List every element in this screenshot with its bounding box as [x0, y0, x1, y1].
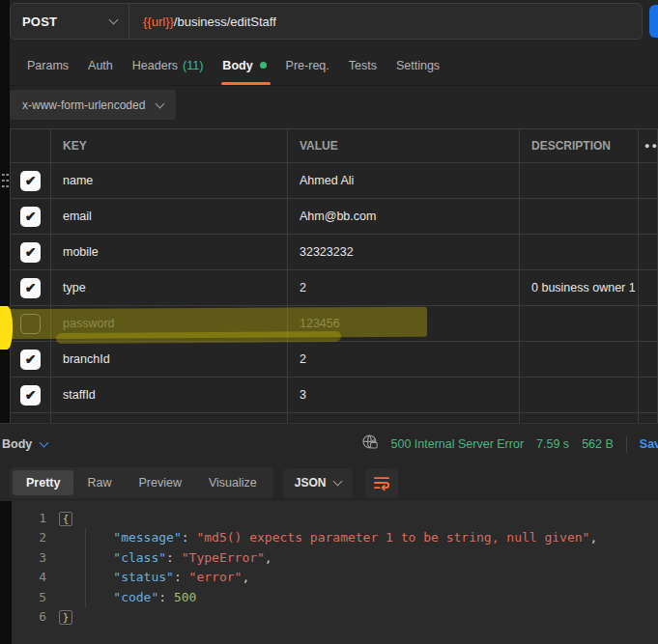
- param-value-email[interactable]: Ahm@bb.com: [288, 199, 520, 235]
- checkbox-checked[interactable]: ✔: [20, 350, 41, 370]
- send-button[interactable]: [649, 5, 658, 38]
- chevron-down-icon: [333, 477, 343, 487]
- param-key-new[interactable]: [51, 413, 288, 423]
- tab-body[interactable]: Body: [213, 45, 275, 85]
- code-text: [83, 607, 658, 627]
- param-value-new[interactable]: [288, 413, 520, 423]
- view-visualize[interactable]: Visualize: [195, 470, 271, 495]
- tab-pre-req-[interactable]: Pre-req.: [276, 45, 339, 85]
- tab-label: Tests: [349, 59, 377, 72]
- param-key-staffId[interactable]: staffId: [51, 378, 288, 413]
- save-response-button[interactable]: Save: [640, 437, 658, 451]
- view-preview[interactable]: Preview: [125, 470, 194, 495]
- checkbox-checked[interactable]: ✔: [20, 207, 41, 227]
- row-checkbox-cell: ✔: [11, 163, 51, 199]
- param-description-staffId[interactable]: [520, 378, 639, 413]
- fold-gutter: [48, 568, 83, 587]
- row-checkbox-cell: [11, 306, 51, 342]
- table-header-value: VALUE: [288, 129, 520, 163]
- checkbox-checked[interactable]: ✔: [20, 385, 41, 406]
- checkmark-icon: ✔: [25, 210, 37, 223]
- param-description-name[interactable]: [520, 163, 639, 199]
- fold-gutter[interactable]: {: [48, 509, 83, 528]
- response-body-select[interactable]: Body: [2, 437, 47, 451]
- param-value-staffId[interactable]: 3: [288, 378, 520, 413]
- param-description-email[interactable]: [520, 199, 639, 235]
- code-line-6: 6}: [12, 607, 658, 627]
- param-key-mobile[interactable]: mobile: [51, 235, 288, 270]
- tab-tests[interactable]: Tests: [339, 45, 386, 85]
- divider: [626, 436, 627, 453]
- param-key-email[interactable]: email: [51, 199, 288, 235]
- line-number: 2: [12, 528, 48, 547]
- param-value-branchId[interactable]: 2: [288, 342, 520, 378]
- fold-gutter[interactable]: }: [48, 607, 83, 627]
- response-body-editor[interactable]: 1{2 "message": "md5() expects parameter …: [12, 501, 658, 644]
- language-label: JSON: [295, 476, 327, 490]
- fold-gutter: [48, 548, 83, 568]
- indent-guide: [85, 528, 86, 607]
- checkmark-icon: ✔: [25, 174, 37, 187]
- checkbox-checked[interactable]: ✔: [20, 171, 41, 191]
- row-checkbox-cell: ✔: [11, 342, 51, 378]
- response-time[interactable]: 7.59 s: [536, 437, 569, 451]
- code-line-1: 1{: [12, 509, 658, 528]
- param-value-type[interactable]: 2: [288, 270, 520, 306]
- url-path: /business/editStaff: [174, 14, 276, 29]
- code-text: "message": "md5() expects parameter 1 to…: [83, 528, 658, 547]
- param-key-password[interactable]: password: [51, 306, 288, 342]
- request-url-bar: POST {{url}}/business/editStaff: [10, 3, 643, 40]
- tab-headers[interactable]: Headers(11): [123, 45, 214, 85]
- param-description-password[interactable]: [520, 306, 639, 342]
- fold-marker-icon[interactable]: {: [59, 512, 73, 526]
- drag-handle-icon[interactable]: [1, 172, 10, 189]
- param-more-cell: [639, 199, 658, 235]
- url-input[interactable]: {{url}}/business/editStaff: [129, 14, 276, 29]
- wrap-line-button[interactable]: [365, 468, 398, 498]
- param-key-branchId[interactable]: branchId: [51, 342, 288, 378]
- checkmark-icon: ✔: [25, 388, 37, 402]
- param-key-name[interactable]: name: [51, 163, 288, 199]
- language-select[interactable]: JSON: [283, 468, 354, 498]
- param-key-type[interactable]: type: [51, 270, 288, 306]
- tab-label: Headers: [132, 59, 178, 72]
- param-value-mobile[interactable]: 32323232: [288, 235, 520, 270]
- tab-params[interactable]: Params: [17, 45, 78, 85]
- more-options-icon[interactable]: ●●●: [639, 129, 658, 163]
- method-select[interactable]: POST: [11, 4, 129, 39]
- postman-app: { "request": { "method": "POST", "url_va…: [0, 0, 658, 644]
- view-pretty[interactable]: Pretty: [13, 470, 73, 495]
- body-type-select[interactable]: x-www-form-urlencoded: [10, 90, 176, 120]
- response-meta-bar: Body 500 Internal Server Error 7.59 s 56…: [0, 424, 658, 464]
- request-tabs: ParamsAuthHeaders(11)BodyPre-req.TestsSe…: [10, 45, 658, 86]
- line-number: 4: [12, 568, 48, 587]
- network-globe-icon[interactable]: [361, 434, 379, 455]
- param-description-type[interactable]: 0 business owner 1 ad: [520, 270, 639, 306]
- tab-label: Params: [27, 59, 69, 72]
- request-url-row: POST {{url}}/business/editStaff: [10, 0, 658, 45]
- row-checkbox-cell: ✔: [11, 270, 51, 306]
- param-more-cell: [639, 270, 658, 306]
- checkbox-unchecked[interactable]: [20, 314, 41, 334]
- param-description-branchId[interactable]: [520, 342, 639, 378]
- tab-label: Auth: [88, 59, 113, 72]
- checkbox-checked[interactable]: ✔: [20, 242, 41, 263]
- status-badge[interactable]: 500 Internal Server Error: [391, 437, 525, 451]
- response-size[interactable]: 562 B: [582, 437, 614, 451]
- param-value-name[interactable]: Ahmed Ali: [288, 163, 520, 199]
- tab-settings[interactable]: Settings: [386, 45, 449, 85]
- chevron-down-icon: [156, 98, 165, 108]
- fold-marker-icon[interactable]: }: [59, 610, 73, 625]
- param-value-password[interactable]: 123456: [288, 306, 520, 342]
- view-raw[interactable]: Raw: [73, 470, 125, 495]
- chevron-down-icon: [109, 15, 119, 25]
- checkmark-icon: ✔: [25, 245, 37, 259]
- param-description-mobile[interactable]: [520, 235, 639, 270]
- param-description-new[interactable]: [520, 413, 639, 423]
- tab-label: Settings: [396, 59, 440, 72]
- checkbox-checked[interactable]: ✔: [20, 278, 41, 298]
- param-more-cell: [639, 306, 658, 342]
- tab-auth[interactable]: Auth: [78, 45, 123, 85]
- checkmark-icon: ✔: [25, 281, 37, 294]
- fold-gutter: [48, 528, 83, 547]
